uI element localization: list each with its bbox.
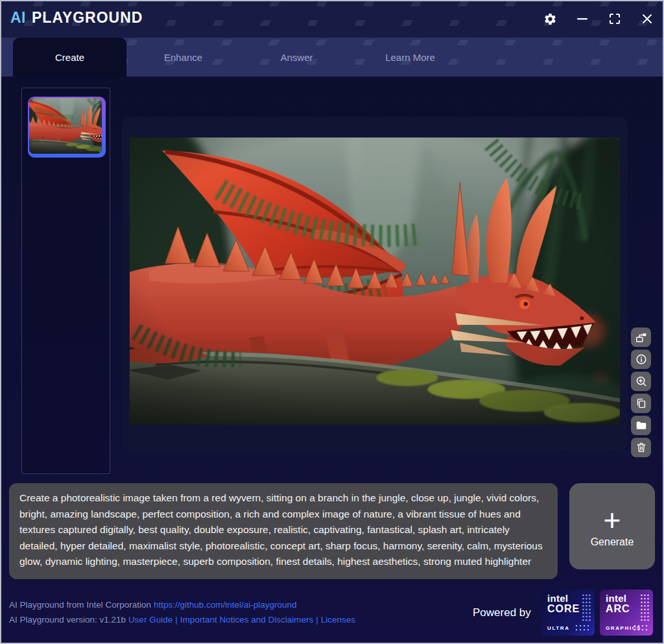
delete-button[interactable] [631,438,651,457]
badge-dots-pattern [633,624,650,632]
maximize-button[interactable] [607,11,622,27]
image-actions-toolbar [631,328,651,457]
generation-history-panel [21,88,110,474]
delete-icon [635,441,648,454]
arc-label: ARC [606,603,630,615]
close-button[interactable] [639,11,655,27]
intel-arc-graphics-badge: intel ARC GRAPHICS [600,590,653,636]
thumbnail-image [29,98,102,154]
zoom-in-icon [635,375,648,388]
tab-label: Create [55,52,84,63]
tab-create[interactable]: Create [13,38,126,77]
version-text: AI Playground version: v1.21b [9,615,126,625]
prompt-input[interactable]: Create a photorealistic image taken from… [9,483,558,579]
info-icon [635,353,648,366]
notices-link[interactable]: Important Notices and Disclaimers [180,615,314,625]
tab-enhance[interactable]: Enhance [126,38,240,77]
powered-by-label: Powered by [473,606,531,619]
github-link[interactable]: https://github.com/intel/ai-playground [154,600,297,610]
footer-line-1: AI Playground from Intel Corporation htt… [9,597,355,612]
generated-thumbnail[interactable] [28,97,106,158]
window-controls [542,0,655,38]
copy-button[interactable] [631,394,651,413]
tab-label: Answer [280,52,313,63]
settings-button[interactable] [542,11,558,27]
tab-learn-more[interactable]: Learn More [353,38,467,77]
tabs: Create Enhance Answer Learn More [13,38,467,77]
intel-logo-text: intel [606,593,626,604]
intel-logo-text: intel [547,593,568,604]
zoom-in-button[interactable] [631,372,651,391]
licenses-link[interactable]: Licenses [321,615,355,625]
titlebar: AI PLAYGROUND [0,0,664,38]
generate-button[interactable]: + Generate [569,483,655,569]
tab-strip: Create Enhance Answer Learn More [0,38,664,77]
image-transfer-button[interactable] [631,328,651,347]
app-window: AI PLAYGROUND [0,0,664,644]
footer-credit-text: AI Playground from Intel Corporation [9,600,151,610]
generated-image[interactable] [130,137,620,425]
badge-dots-pattern [640,593,650,622]
logo-playground-text: PLAYGROUND [32,9,143,27]
minimize-button[interactable] [575,11,590,27]
user-guide-link[interactable]: User Guide [128,615,172,625]
tab-answer[interactable]: Answer [240,38,353,77]
fullscreen-icon [608,12,621,25]
open-folder-icon [635,419,648,432]
generate-label: Generate [591,536,634,548]
intel-core-ultra-badge: intel CORE ULTRA [541,590,595,636]
footer-info: AI Playground from Intel Corporation htt… [9,597,355,627]
image-transfer-icon [635,331,648,344]
link-separator: | [316,615,318,625]
logo-ai-text: AI [10,9,26,27]
badge-dots-pattern [582,593,591,622]
create-view: Create a photorealistic image taken from… [0,77,664,587]
close-icon [641,12,654,25]
tab-label: Learn More [385,52,435,63]
badge-dots-pattern [575,624,591,632]
ultra-label: ULTRA [547,625,570,631]
copy-icon [635,397,648,410]
info-button[interactable] [631,350,651,369]
link-separator: | [175,615,178,625]
plus-icon: + [604,505,621,535]
gear-icon [543,12,557,26]
app-logo: AI PLAYGROUND [10,9,143,27]
footer-line-2: AI Playground version: v1.21b User Guide… [9,612,355,627]
tab-label: Enhance [164,52,202,63]
image-canvas-panel [122,117,628,451]
footer: AI Playground from Intel Corporation htt… [0,587,664,643]
open-folder-button[interactable] [631,416,651,435]
minimize-icon [576,12,589,25]
core-label: CORE [547,603,580,615]
